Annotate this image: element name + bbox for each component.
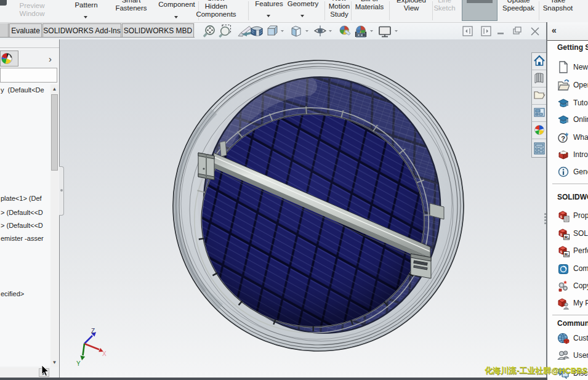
svg-text:Rₓ: Rₓ: [565, 252, 570, 257]
svg-text:Z: Z: [91, 328, 95, 334]
svg-text:X: X: [102, 350, 107, 357]
svg-text:S: S: [560, 232, 563, 237]
svg-text:S: S: [560, 249, 563, 254]
svg-text:?: ?: [561, 135, 565, 142]
svg-text:S: S: [560, 214, 563, 219]
svg-text:SW: SW: [560, 151, 566, 155]
svg-text:Rₓ: Rₓ: [565, 235, 570, 240]
svg-text:Y: Y: [76, 360, 81, 367]
